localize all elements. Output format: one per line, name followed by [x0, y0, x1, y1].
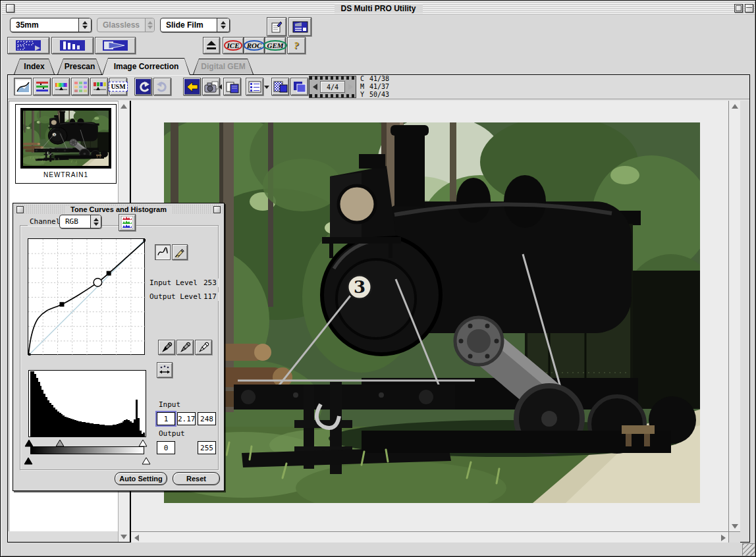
output-white-slider[interactable]: [142, 456, 151, 467]
previous-frame-button[interactable]: [311, 82, 319, 92]
white-dropper-icon: [197, 342, 210, 354]
scan-button[interactable]: [95, 37, 136, 54]
auto-setting-button[interactable]: Auto Setting: [115, 472, 167, 485]
prescan-button[interactable]: [51, 37, 94, 54]
close-box-icon[interactable]: [6, 4, 14, 13]
input-level-value: 253: [202, 278, 219, 287]
film-type-popup[interactable]: Slide Film: [160, 18, 230, 32]
scroll-down-icon[interactable]: [729, 521, 740, 531]
thumbnail-image[interactable]: [23, 111, 109, 166]
eject-button[interactable]: [203, 37, 220, 54]
gray-dropper-icon: [178, 342, 192, 354]
popup-arrows-icon: [90, 215, 101, 228]
tone-curve-plot[interactable]: [28, 238, 145, 355]
redo-icon: [156, 81, 169, 93]
histogram-range-icon: [159, 365, 171, 375]
scrollbar-corner: [728, 531, 740, 543]
palette-title-bar[interactable]: Tone Curves and Histogram: [14, 204, 223, 214]
matte-button[interactable]: [271, 78, 289, 95]
freehand-tool-button[interactable]: [172, 244, 188, 260]
smooth-curve-tool-button[interactable]: [155, 244, 171, 260]
title-bar[interactable]: DS Multi PRO Utility: [2, 2, 755, 14]
undo-button[interactable]: [134, 78, 152, 95]
frame-indicator: 4/4: [309, 76, 356, 98]
film-holder-popup: Glassless: [97, 18, 155, 32]
scroll-up-icon[interactable]: [729, 101, 740, 111]
prescan-icon: [59, 40, 86, 51]
black-point-dropper-button[interactable]: [158, 340, 175, 355]
thumbnail-frame: [20, 108, 111, 169]
tone-curves-button[interactable]: [14, 78, 32, 95]
white-point-dropper-button[interactable]: [195, 340, 212, 355]
output-slider-row[interactable]: [28, 456, 146, 464]
navigation-window-button[interactable]: [288, 17, 311, 36]
rgb-histogram-button[interactable]: [119, 214, 136, 231]
horizontal-scrollbar[interactable]: [131, 531, 728, 543]
toolbar-separator: [8, 99, 749, 100]
input-gamma-field[interactable]: [177, 412, 196, 425]
collapse-box-icon[interactable]: [745, 4, 753, 13]
film-type-value: Slide Film: [161, 18, 217, 32]
resize-grip[interactable]: [742, 543, 755, 556]
properties-button[interactable]: [246, 78, 263, 95]
digital-gem-button[interactable]: GEM: [265, 37, 286, 54]
histogram-bars: [30, 371, 145, 437]
reset-all-button[interactable]: [183, 78, 201, 95]
snapshot-button[interactable]: [202, 78, 220, 95]
output-black-slider[interactable]: [24, 456, 33, 467]
tab-index[interactable]: Index: [14, 59, 55, 74]
tab-label: Image Correction: [102, 58, 190, 75]
input-white-field[interactable]: [198, 412, 216, 425]
input-level-label: Input Level: [148, 278, 200, 287]
input-slider-row[interactable]: [28, 438, 146, 446]
scroll-right-icon[interactable]: [718, 532, 728, 543]
preview-image[interactable]: [164, 122, 700, 503]
reset-all-icon: [186, 81, 199, 93]
help-button[interactable]: ?: [287, 37, 306, 54]
properties-dropdown-icon[interactable]: [264, 86, 269, 89]
film-format-popup[interactable]: 35mm: [10, 18, 92, 32]
vertical-scrollbar[interactable]: [728, 101, 740, 531]
scroll-down-icon[interactable]: [119, 531, 129, 542]
variation-button[interactable]: [71, 78, 89, 95]
roc-logo: ROC: [244, 40, 265, 51]
thumbnail-label: NEWTRAIN1: [15, 171, 117, 178]
digital-ice-button[interactable]: ICE: [223, 37, 244, 54]
histogram-range-button[interactable]: [157, 362, 173, 378]
navigation-window-icon: [292, 20, 308, 34]
index-scan-button[interactable]: [7, 37, 49, 54]
reset-button[interactable]: Reset: [173, 472, 220, 485]
selective-color-button[interactable]: [90, 78, 108, 95]
histogram-plot: [28, 370, 146, 437]
scroll-up-icon[interactable]: [119, 101, 129, 111]
palette-collapse-icon[interactable]: [213, 206, 221, 213]
palette-close-icon[interactable]: [16, 206, 24, 213]
compare-left-arrow-icon[interactable]: [219, 84, 222, 90]
output-white-field[interactable]: [198, 441, 216, 454]
rgb-histogram-icon: [121, 216, 133, 229]
full-view-button[interactable]: [290, 78, 308, 95]
hue-saturation-button[interactable]: [52, 78, 70, 95]
next-frame-button: [346, 82, 354, 92]
channel-popup[interactable]: RGB: [59, 215, 101, 228]
input-black-field[interactable]: [157, 412, 175, 425]
preferences-button[interactable]: [267, 17, 286, 36]
film-holder-value: Glassless: [97, 18, 145, 32]
app-window: DS Multi PRO Utility 35mm Glassless Slid…: [0, 0, 756, 557]
black-dropper-icon: [160, 342, 173, 354]
readout-row: M41/37: [360, 83, 389, 91]
output-label: Output: [157, 429, 187, 438]
tab-image-correction[interactable]: Image Correction: [102, 58, 190, 75]
output-black-field[interactable]: [157, 441, 175, 454]
usm-button[interactable]: USM: [109, 78, 127, 95]
brightness-contrast-button[interactable]: [33, 78, 51, 95]
film-sprockets-icon: [310, 94, 356, 97]
tab-prescan[interactable]: Prescan: [57, 59, 102, 74]
scroll-left-icon[interactable]: [131, 532, 142, 543]
digital-roc-button[interactable]: ROC: [244, 37, 265, 54]
gray-point-dropper-button[interactable]: [176, 340, 194, 355]
zoom-box-icon[interactable]: [734, 4, 743, 13]
scan-icon: [102, 40, 128, 51]
film-format-value: 35mm: [11, 18, 78, 32]
compare-button[interactable]: [223, 78, 241, 95]
